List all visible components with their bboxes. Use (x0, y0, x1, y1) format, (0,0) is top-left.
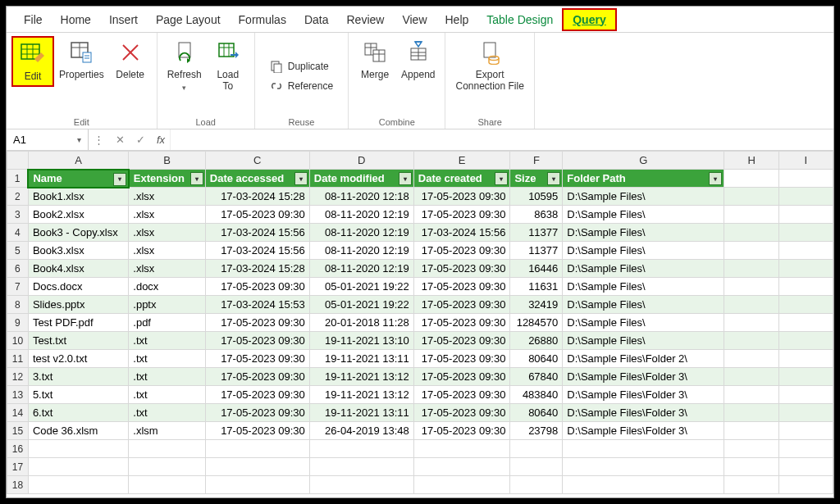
cell[interactable]: 11631 (510, 278, 563, 296)
cell[interactable]: .xlsx (129, 242, 206, 260)
cell[interactable]: .txt (129, 404, 206, 422)
cell[interactable]: 1284570 (510, 314, 563, 332)
cell[interactable] (724, 314, 779, 332)
cell[interactable] (778, 314, 833, 332)
cell[interactable]: .txt (129, 368, 206, 386)
cell[interactable]: 20-01-2018 11:28 (309, 314, 413, 332)
cell[interactable]: D:\Sample Files\ (563, 224, 724, 242)
export-connection-button[interactable]: Export Connection File (450, 36, 528, 95)
merge-button[interactable]: Merge (354, 36, 396, 84)
reference-button[interactable]: Reference (265, 77, 338, 95)
cell[interactable] (778, 170, 833, 188)
row-header[interactable]: 18 (7, 476, 29, 494)
cell[interactable]: 17-05-2023 09:30 (413, 350, 510, 368)
cell[interactable] (724, 188, 779, 206)
cell[interactable]: 08-11-2020 12:19 (309, 242, 413, 260)
cell[interactable]: 19-11-2021 13:10 (309, 332, 413, 350)
col-D[interactable]: D (309, 152, 413, 170)
cell[interactable]: 17-03-2024 15:56 (413, 224, 510, 242)
row-header[interactable]: 6 (7, 260, 29, 278)
cell[interactable] (724, 296, 779, 314)
cell[interactable]: Test PDF.pdf (28, 314, 128, 332)
cell[interactable] (778, 224, 833, 242)
cell[interactable] (724, 332, 779, 350)
row-header[interactable]: 16 (7, 440, 29, 458)
cell[interactable] (778, 296, 833, 314)
cell[interactable]: D:\Sample Files\Folder 3\ (563, 368, 724, 386)
cell[interactable]: .xlsx (129, 224, 206, 242)
duplicate-button[interactable]: Duplicate (265, 57, 334, 75)
cell[interactable] (778, 386, 833, 404)
cell[interactable] (724, 242, 779, 260)
table-header[interactable]: Folder Path▾ (563, 170, 724, 188)
cell[interactable] (28, 440, 128, 458)
cell[interactable]: 8638 (510, 206, 563, 224)
cell[interactable]: 17-05-2023 09:30 (413, 278, 510, 296)
cell[interactable] (724, 458, 779, 476)
row-header[interactable]: 13 (7, 386, 29, 404)
cell[interactable]: D:\Sample Files\ (563, 188, 724, 206)
cell[interactable]: 17-05-2023 09:30 (413, 368, 510, 386)
table-header[interactable]: Extension▾ (129, 170, 206, 188)
filter-dropdown-icon[interactable]: ▾ (399, 172, 412, 185)
row-header[interactable]: 17 (7, 458, 29, 476)
cell[interactable] (413, 476, 510, 494)
cell[interactable] (724, 386, 779, 404)
select-all[interactable] (7, 152, 29, 170)
cell[interactable] (28, 458, 128, 476)
table-header[interactable]: Size▾ (510, 170, 563, 188)
edit-button[interactable]: Edit (11, 36, 54, 87)
append-button[interactable]: Append (396, 36, 440, 84)
cell[interactable] (778, 476, 833, 494)
cell[interactable] (413, 458, 510, 476)
row-header[interactable]: 9 (7, 314, 29, 332)
cell[interactable] (724, 368, 779, 386)
cell[interactable]: 08-11-2020 12:19 (309, 224, 413, 242)
cell[interactable]: 17-05-2023 09:30 (205, 278, 309, 296)
cancel-icon[interactable]: ✕ (112, 134, 128, 146)
row-header[interactable]: 4 (7, 224, 29, 242)
filter-dropdown-icon[interactable]: ▾ (190, 172, 203, 185)
row-header[interactable]: 5 (7, 242, 29, 260)
cell[interactable]: 17-05-2023 09:30 (205, 314, 309, 332)
cell[interactable]: 16446 (510, 260, 563, 278)
cell[interactable]: 17-05-2023 09:30 (413, 242, 510, 260)
cell[interactable] (309, 458, 413, 476)
cell[interactable]: 17-05-2023 09:30 (413, 296, 510, 314)
filter-dropdown-icon[interactable]: ▾ (113, 173, 126, 186)
cell[interactable] (129, 440, 206, 458)
cell[interactable]: 80640 (510, 404, 563, 422)
cell[interactable]: 17-05-2023 09:30 (205, 206, 309, 224)
cell[interactable]: 17-05-2023 09:30 (413, 206, 510, 224)
cell[interactable] (510, 458, 563, 476)
row-header[interactable]: 12 (7, 368, 29, 386)
cell[interactable]: 67840 (510, 368, 563, 386)
col-C[interactable]: C (205, 152, 309, 170)
cell[interactable]: 5.txt (28, 386, 128, 404)
confirm-icon[interactable]: ✓ (133, 134, 148, 146)
cell[interactable]: 26-04-2019 13:48 (309, 422, 413, 440)
filter-dropdown-icon[interactable]: ▾ (709, 172, 722, 185)
cell[interactable] (778, 422, 833, 440)
cell[interactable] (778, 458, 833, 476)
cell[interactable]: 17-05-2023 09:30 (413, 314, 510, 332)
delete-button[interactable]: Delete (109, 36, 152, 84)
cell[interactable]: D:\Sample Files\ (563, 296, 724, 314)
row-header[interactable]: 2 (7, 188, 29, 206)
cell[interactable]: Book2.xlsx (28, 206, 128, 224)
cell[interactable]: 80640 (510, 350, 563, 368)
cell[interactable] (510, 476, 563, 494)
menu-view[interactable]: View (393, 10, 436, 30)
menu-file[interactable]: File (15, 10, 52, 30)
cell[interactable]: 08-11-2020 12:19 (309, 260, 413, 278)
table-header[interactable]: Date modified▾ (309, 170, 413, 188)
cell[interactable]: 08-11-2020 12:19 (309, 206, 413, 224)
cell[interactable]: D:\Sample Files\ (563, 206, 724, 224)
fx-label[interactable]: fx (153, 134, 168, 146)
cell[interactable] (778, 350, 833, 368)
cell[interactable]: Test.txt (28, 332, 128, 350)
col-G[interactable]: G (563, 152, 724, 170)
cell[interactable] (309, 440, 413, 458)
cell[interactable] (724, 170, 779, 188)
cell[interactable]: Book3 - Copy.xlsx (28, 224, 128, 242)
